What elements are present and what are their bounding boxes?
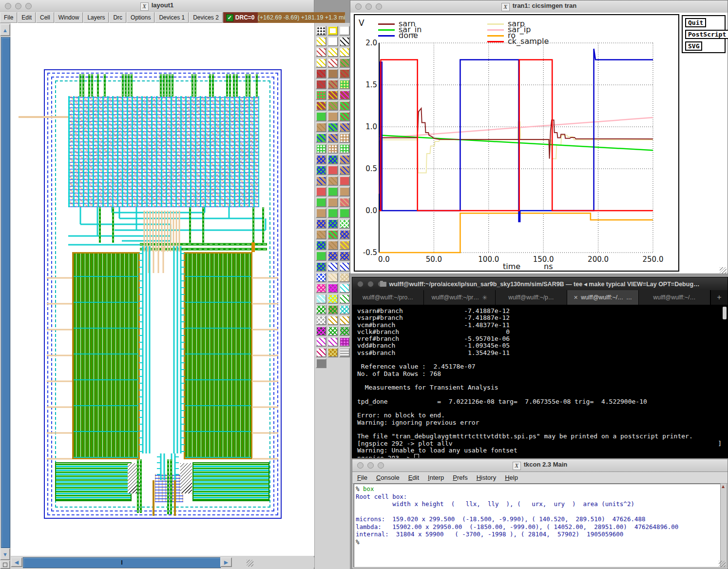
layer-swatch-66[interactable]: [316, 262, 326, 272]
layer-swatch-80[interactable]: [339, 305, 350, 314]
menu-layers[interactable]: Layers: [83, 12, 109, 23]
menu-cell[interactable]: Cell: [36, 12, 54, 23]
terminal-tab-1[interactable]: wulff@wulff:~/pro…: [352, 290, 424, 305]
menu-window[interactable]: Window: [55, 12, 83, 23]
layer-swatch-70[interactable]: [327, 273, 338, 282]
tkcon-menu-prefs[interactable]: Prefs: [453, 474, 467, 481]
resize-grip[interactable]: [247, 560, 253, 567]
layer-swatch-37[interactable]: [327, 155, 338, 164]
resize-grip[interactable]: [719, 561, 726, 568]
terminal-output[interactable]: vsarn#branch -7.41887e-12vsarp#branch -7…: [352, 305, 728, 458]
layer-swatch-50[interactable]: [339, 197, 350, 207]
layer-swatch-39[interactable]: [316, 165, 326, 175]
layer-swatch-8[interactable]: [339, 47, 350, 57]
layer-swatch-20[interactable]: [339, 90, 350, 100]
layer-swatch-58[interactable]: [327, 230, 338, 239]
layer-swatch-35[interactable]: [339, 144, 350, 154]
layer-swatch-49[interactable]: [327, 197, 338, 207]
layer-swatch-72[interactable]: [316, 283, 326, 293]
layer-swatch-22[interactable]: [327, 101, 338, 111]
layer-swatch-41[interactable]: [339, 165, 350, 175]
layer-swatch-87[interactable]: [316, 337, 326, 347]
new-tab-button[interactable]: +: [710, 290, 728, 305]
layer-swatch-79[interactable]: [327, 305, 338, 314]
layer-swatch-25[interactable]: [327, 112, 338, 121]
layer-swatch-59[interactable]: [339, 230, 350, 239]
tkcon-menu-history[interactable]: History: [477, 474, 496, 481]
vertical-scrollbar[interactable]: [1, 37, 10, 548]
layer-swatch-19[interactable]: [327, 90, 338, 100]
terminal-tab-2[interactable]: wulff@wulff:~/pr…✳: [424, 290, 496, 305]
tab-overflow-icon[interactable]: …: [626, 294, 632, 301]
menu-edit[interactable]: Edit: [18, 12, 36, 23]
tkcon-menu-file[interactable]: File: [357, 474, 367, 481]
layer-swatch-32[interactable]: [339, 133, 350, 143]
layer-swatch-43[interactable]: [327, 176, 338, 186]
layer-swatch-10[interactable]: [327, 58, 338, 68]
layer-swatch-56[interactable]: [339, 219, 350, 229]
horizontal-scrollbar[interactable]: I: [23, 557, 221, 568]
layer-swatch-63[interactable]: [316, 251, 326, 261]
layer-swatch-83[interactable]: [339, 315, 350, 325]
layout-canvas[interactable]: [11, 23, 314, 556]
layer-swatch-31[interactable]: [327, 133, 338, 143]
layer-swatch-14[interactable]: [339, 69, 350, 78]
terminal-scrollbar[interactable]: [723, 307, 727, 319]
menu-devices-1[interactable]: Devices 1: [155, 12, 189, 23]
scroll-up-button[interactable]: ▲: [0, 24, 10, 36]
layer-swatch-21[interactable]: [316, 101, 326, 111]
layer-swatch-54[interactable]: [316, 219, 326, 229]
layer-swatch-18[interactable]: [316, 90, 326, 100]
quit-button[interactable]: Quit: [685, 18, 706, 27]
scroll-right-button[interactable]: ▶: [220, 557, 232, 567]
terminal-tab-5[interactable]: wulff@wulff:~/…: [639, 290, 710, 305]
layer-swatch-91[interactable]: [327, 348, 338, 357]
layer-swatch-84[interactable]: [316, 326, 326, 336]
layer-swatch-62[interactable]: [339, 240, 350, 250]
tab-close-icon[interactable]: ✕: [574, 294, 578, 301]
layer-swatch-92[interactable]: [339, 348, 350, 357]
resize-grip[interactable]: [720, 267, 727, 274]
layer-swatch-42[interactable]: [316, 176, 326, 186]
layer-swatch-7[interactable]: [327, 47, 338, 57]
layer-swatch-67[interactable]: [327, 262, 338, 272]
layer-swatch-38[interactable]: [339, 155, 350, 164]
postscript-button[interactable]: PostScript: [685, 30, 728, 39]
layer-swatch-44[interactable]: [339, 176, 350, 186]
layer-swatch-88[interactable]: [327, 337, 338, 347]
layer-swatch-40[interactable]: [327, 165, 338, 175]
layer-swatch-64[interactable]: [327, 251, 338, 261]
layer-swatch-3[interactable]: [316, 37, 326, 46]
layer-swatch-11[interactable]: [339, 58, 350, 68]
layer-swatch-53[interactable]: [339, 208, 350, 218]
layer-swatch-9[interactable]: [316, 58, 326, 68]
layer-swatch-55[interactable]: [327, 219, 338, 229]
menu-options[interactable]: Options: [127, 12, 154, 23]
layer-swatch-33[interactable]: [316, 144, 326, 154]
layer-swatch-6[interactable]: [316, 47, 326, 57]
zoom-box-button[interactable]: [0, 560, 10, 569]
layer-swatch-48[interactable]: [316, 197, 326, 207]
terminal-tab-4[interactable]: ✕wulff@wulff:~/……: [567, 290, 639, 305]
layer-swatch-60[interactable]: [316, 240, 326, 250]
layer-swatch-69[interactable]: [316, 273, 326, 282]
layer-swatch-86[interactable]: [339, 326, 350, 336]
layer-swatch-4[interactable]: [327, 37, 338, 46]
layer-swatch-47[interactable]: [339, 187, 350, 196]
layer-swatch-1[interactable]: [327, 26, 338, 36]
layer-swatch-73[interactable]: [327, 283, 338, 293]
layer-swatch-81[interactable]: [316, 315, 326, 325]
layer-swatch-78[interactable]: [316, 305, 326, 314]
layer-swatch-89[interactable]: [339, 337, 350, 347]
layer-swatch-12[interactable]: [316, 69, 326, 78]
tkcon-console[interactable]: % boxRoot cell box: width x height ( llx…: [353, 483, 721, 568]
layer-swatch-65[interactable]: [339, 251, 350, 261]
layer-swatch-71[interactable]: [339, 273, 350, 282]
tkcon-menu-interp[interactable]: Interp: [428, 474, 444, 481]
layer-swatch-93[interactable]: [316, 358, 326, 368]
tkcon-menu-help[interactable]: Help: [505, 474, 518, 481]
menu-drc[interactable]: Drc: [109, 12, 126, 23]
layer-swatch-34[interactable]: [327, 144, 338, 154]
layer-swatch-52[interactable]: [327, 208, 338, 218]
layer-swatch-2[interactable]: [339, 26, 350, 36]
